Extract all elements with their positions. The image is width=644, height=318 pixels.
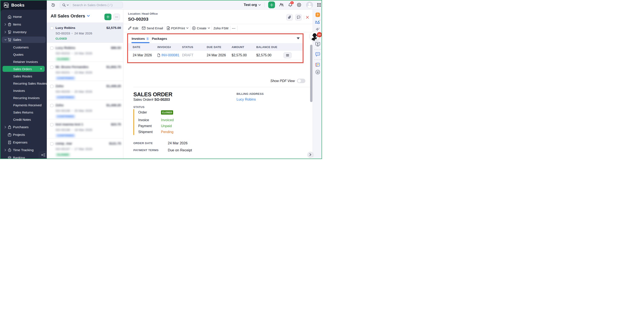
sidebar-item-purchases[interactable]: Purchases bbox=[2, 124, 46, 130]
sidebar-item-sales[interactable]: Sales bbox=[2, 36, 46, 43]
sidebar-item-expenses[interactable]: Expenses bbox=[2, 139, 46, 146]
row-checkbox[interactable] bbox=[50, 123, 54, 126]
sales-order-row[interactable]: Zoho$1,408.25 SO-0019920 Mar 2026 CONFIR… bbox=[47, 100, 123, 119]
create-button[interactable]: Create bbox=[192, 26, 210, 30]
row-status-badge: CONFIRMED bbox=[56, 115, 76, 118]
new-sales-order-button[interactable] bbox=[104, 13, 112, 20]
sidebar-item-sales-routes[interactable]: Sales Routes bbox=[2, 73, 45, 79]
row-checkbox[interactable] bbox=[50, 104, 54, 107]
col-header-balance-due: BALANCE DUE bbox=[256, 45, 282, 49]
sales-order-row[interactable]: Zoho$1,408.25 SO-0020020 Mar 2026 CONFIR… bbox=[47, 81, 123, 100]
chevron-down-icon bbox=[208, 27, 210, 29]
row-checkbox[interactable] bbox=[50, 46, 54, 50]
order-date-label: ORDER DATE bbox=[133, 141, 168, 145]
sidebar-item-retainer-invoices[interactable]: Retainer Invoices bbox=[2, 59, 45, 65]
attachments-button[interactable] bbox=[286, 14, 293, 21]
meta-row: ORDER DATE 24 Mar 2026 bbox=[133, 141, 188, 145]
user-avatar[interactable] bbox=[306, 2, 313, 8]
pdf-print-button[interactable]: PDF/Print bbox=[167, 26, 188, 30]
assistant-badge: 15 bbox=[317, 32, 322, 37]
row-number: SO-00201 bbox=[56, 71, 70, 74]
quick-create-button[interactable] bbox=[268, 1, 275, 8]
plus-icon bbox=[270, 3, 274, 7]
tab-packages[interactable]: Packages bbox=[149, 34, 170, 43]
invoice-status-label: Invoice bbox=[138, 118, 161, 122]
zia-icon bbox=[315, 20, 320, 24]
row-line1: Lucy Robins$2,575.00 bbox=[56, 26, 121, 30]
sidebar-item-label: Home bbox=[13, 15, 22, 19]
list-title-dropdown[interactable]: All Sales Orders bbox=[50, 13, 90, 18]
row-date: 24 Mar 2026 bbox=[74, 31, 92, 35]
invoice-row-menu-button[interactable] bbox=[284, 52, 292, 58]
detail-toolbar: Edit Send Email PDF/Print Create Zoho FS… bbox=[124, 24, 313, 32]
invoice-amount: $2,575.00 bbox=[232, 53, 256, 57]
search-input[interactable]: Search in Sales Orders ( / ) bbox=[60, 2, 123, 8]
plus-icon[interactable]: + bbox=[40, 67, 42, 71]
list-more-button[interactable]: ... bbox=[113, 13, 120, 20]
sidebar-item-recurring-sales-routes[interactable]: Recurring Sales Routes bbox=[2, 80, 45, 86]
col-header-amount: AMOUNT bbox=[232, 45, 256, 49]
comments-button[interactable] bbox=[295, 14, 302, 21]
row-checkbox[interactable] bbox=[50, 26, 54, 30]
sidebar-item-projects[interactable]: Projects bbox=[2, 132, 46, 138]
order-status-badge: CLOSED bbox=[161, 110, 173, 115]
home-icon bbox=[8, 15, 12, 19]
collapse-panel-caret[interactable] bbox=[297, 37, 300, 39]
history-icon[interactable] bbox=[51, 3, 55, 7]
resources-button[interactable] bbox=[315, 62, 320, 67]
zia-button[interactable] bbox=[315, 20, 320, 24]
sidebar-item-home[interactable]: Home bbox=[2, 13, 46, 20]
sales-orders-list: All Sales Orders ... Lucy Robins$2,575.0… bbox=[47, 9, 123, 159]
sales-order-row[interactable]: Mr. Bruno Fernandes$1,802.75 SO-0020123 … bbox=[47, 62, 123, 81]
row-checkbox[interactable] bbox=[50, 66, 54, 69]
sidebar-item-inventory[interactable]: Inventory bbox=[2, 29, 46, 35]
sidebar-item-label: Projects bbox=[13, 133, 25, 137]
org-switcher[interactable]: Test org bbox=[244, 3, 261, 7]
integrations-button[interactable] bbox=[315, 70, 320, 75]
sidebar-item-credit-notes[interactable]: Credit Notes bbox=[2, 116, 45, 122]
sidebar-item-sales-orders[interactable]: Sales Orders+ bbox=[2, 66, 45, 72]
sidebar-item-sales-returns[interactable]: Sales Returns bbox=[2, 109, 45, 115]
notifications-button[interactable]: 1 bbox=[288, 3, 292, 7]
sidebar-item-invoices[interactable]: Invoices bbox=[2, 88, 45, 93]
edit-button[interactable]: Edit bbox=[128, 26, 138, 30]
sales-order-row[interactable]: Lucy Robins$2,575.00 SO-0020324 Mar 2026… bbox=[47, 23, 123, 43]
invoice-number-link[interactable]: INV-000081 bbox=[162, 53, 180, 57]
sidebar-item-customers[interactable]: Customers bbox=[2, 44, 45, 50]
app-grid-button[interactable] bbox=[317, 3, 321, 7]
col-header-date: DATE bbox=[128, 45, 158, 49]
show-pdf-view-toggle[interactable] bbox=[297, 79, 306, 83]
rail-divider-dots bbox=[314, 49, 321, 50]
detail-scrollbar[interactable] bbox=[310, 45, 312, 102]
send-email-button[interactable]: Send Email bbox=[142, 26, 163, 30]
sidebar-item-recurring-invoices[interactable]: Recurring Invoices bbox=[2, 95, 45, 101]
invoice-row[interactable]: 24 Mar 2026 INV-000081 DRAFT 24 Mar 2026… bbox=[128, 51, 303, 60]
sidebar-item-payments-received[interactable]: Payments Received bbox=[2, 102, 45, 108]
row-content: Zoho$1,408.25 SO-0020020 Mar 2026 CONFIR… bbox=[56, 84, 121, 99]
chat-support-button[interactable] bbox=[315, 52, 320, 57]
help-icon: ? bbox=[316, 12, 320, 17]
next-record-button[interactable] bbox=[308, 152, 313, 158]
topbar: Search in Sales Orders ( / ) Test org 1 bbox=[47, 0, 322, 9]
sales-order-row[interactable]: test maema test 1$23.75 SO-0019818 Mar 2… bbox=[47, 119, 123, 138]
users-button[interactable] bbox=[279, 3, 284, 7]
ai-sparkle-button[interactable] bbox=[316, 27, 320, 32]
sales-order-row[interactable]: Lucy Robins$86.50 SO-0020224 Mar 2026 CL… bbox=[47, 43, 123, 62]
settings-button[interactable] bbox=[297, 3, 301, 7]
row-checkbox[interactable] bbox=[50, 142, 54, 145]
close-detail-button[interactable] bbox=[306, 16, 309, 19]
document-number: SO-00203 bbox=[154, 98, 170, 101]
billing-customer-link[interactable]: Lucy Robins bbox=[236, 97, 256, 101]
toolbar-more-button[interactable]: ... bbox=[232, 26, 236, 31]
zoho-fsm-button[interactable]: Zoho FSM bbox=[214, 26, 228, 30]
video-tutorial-button[interactable] bbox=[315, 42, 320, 46]
help-button[interactable]: ? bbox=[316, 12, 320, 17]
app-logo[interactable]: Books bbox=[0, 0, 47, 10]
row-checkbox[interactable] bbox=[50, 85, 54, 88]
row-number: SO-00203 bbox=[56, 31, 70, 35]
sidebar-item-items[interactable]: Items bbox=[2, 21, 46, 28]
sidebar-item-quotes[interactable]: Quotes bbox=[2, 51, 45, 57]
documents-icon bbox=[315, 62, 320, 67]
sales-order-row[interactable]: comp_mar$121.75 SO-0019717 Mar 2026 CLOS… bbox=[47, 138, 123, 158]
tab-invoices[interactable]: Invoices 1 bbox=[130, 34, 151, 43]
